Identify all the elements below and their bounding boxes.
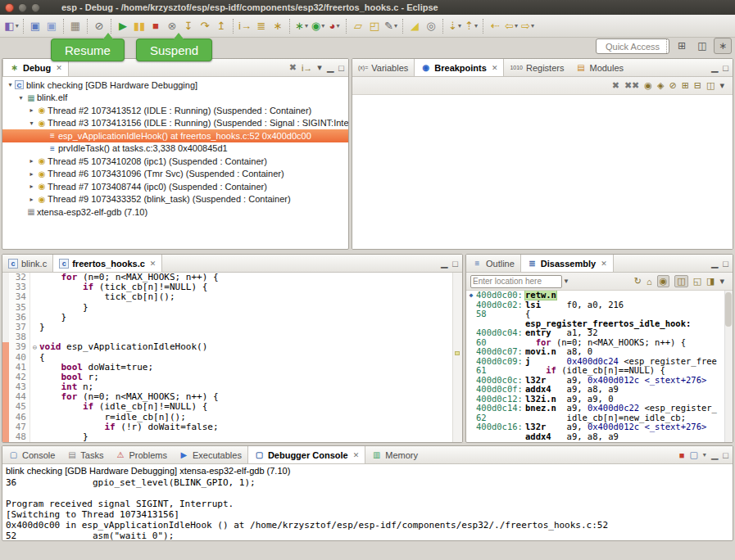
close-icon[interactable]: ✕ [601, 260, 607, 268]
display-selected-console-icon[interactable]: ▢ [689, 449, 697, 460]
new-wizard-icon[interactable]: ◧▾ [3, 17, 20, 35]
disassembly-row[interactable]: 400d0c0f:addx4 a9, a8, a9 [466, 385, 733, 395]
editor-tab-blink-c[interactable]: cblink.c [2, 255, 52, 272]
tab-modules[interactable]: ▤Modules [569, 59, 629, 76]
save-icon[interactable]: ▣ [27, 17, 43, 35]
debug-tree-row[interactable]: ▸◉Thread #9 1073433352 (blink_task) (Sus… [2, 193, 348, 206]
tab-variables[interactable]: (x)=Variables [352, 59, 414, 76]
annotation-margin[interactable] [2, 373, 9, 382]
minimize-icon[interactable]: ▁ [711, 258, 718, 269]
window-maximize-button[interactable] [31, 3, 40, 12]
debug-tree-row[interactable]: ▦xtensa-esp32-elf-gdb (7.10) [2, 205, 348, 219]
cpp-perspective-icon[interactable]: ◫ [693, 38, 711, 54]
disassembly-row[interactable]: 400d0c14:bnez.n a9, 0x400d0c22 <esp_regi… [466, 404, 733, 413]
expander-icon[interactable]: ▾ [6, 81, 15, 88]
annotation-margin[interactable] [2, 413, 9, 422]
use-step-filters-icon[interactable]: ∗ [270, 17, 286, 35]
refresh-icon[interactable]: ↻ [634, 276, 642, 287]
disassembly-row[interactable]: 400d0c16:l32r a9, 0x400d012c <_stext+276… [466, 422, 733, 432]
maximize-icon[interactable]: □ [723, 450, 728, 460]
annotation-margin[interactable] [2, 282, 9, 292]
annotation-margin[interactable] [2, 342, 9, 352]
open-perspective-icon[interactable]: ⊞ [673, 38, 691, 54]
close-icon[interactable]: ✕ [150, 260, 157, 268]
profile-icon[interactable]: ◕▾ [326, 17, 343, 35]
expander-icon[interactable]: ▾ [27, 120, 36, 127]
debug-tree-row[interactable]: ▸◉Thread #2 1073413512 (IDLE : Running) … [2, 104, 348, 117]
show-threads-icon[interactable]: ≣ [253, 17, 270, 35]
next-annotation-icon[interactable]: ⇣▾ [447, 17, 463, 35]
home-icon[interactable]: ⌂ [647, 277, 652, 287]
view-menu-icon[interactable]: ▾ [317, 62, 322, 73]
expander-icon[interactable]: ▸ [27, 157, 36, 165]
open-folder-icon[interactable]: ▱ [350, 17, 366, 35]
annotation-margin[interactable] [2, 402, 9, 412]
debug-tree-row[interactable]: ≡prvIdleTask() at tasks.c:3,338 0x400845… [2, 142, 348, 156]
annotation-margin[interactable] [2, 332, 9, 342]
editor-tab-freertos-hooks-c[interactable]: cfreertos_hooks.c✕ [52, 255, 162, 272]
skip-all-breakpoints-icon[interactable]: ⊘ [669, 80, 676, 91]
location-input[interactable] [470, 275, 562, 288]
tab-outline[interactable]: ≡Outline [466, 255, 520, 272]
maximize-icon[interactable]: □ [338, 63, 344, 73]
debug-tree-row[interactable]: ▸◉Thread #6 1073431096 (Tmr Svc) (Suspen… [2, 168, 348, 181]
instruction-stepping-icon[interactable]: i→ [237, 17, 253, 35]
overview-ruler[interactable] [452, 273, 462, 443]
last-edit-location-icon[interactable]: ⇠ [487, 17, 503, 35]
fold-collapse-icon[interactable]: ⊖ [30, 342, 39, 352]
dropdown-arrow-icon[interactable]: ▾ [474, 22, 478, 29]
debug-tree-row[interactable]: ▸◉Thread #7 1073408744 (ipc0) (Suspended… [2, 180, 348, 193]
remove-selected-breakpoints-icon[interactable]: ✖ [612, 80, 619, 91]
overview-marker[interactable] [455, 351, 460, 355]
window-minimize-button[interactable] [18, 3, 27, 12]
show-breakpoints-for-selected-icon[interactable]: ◉ [644, 80, 652, 91]
dropdown-arrow-icon[interactable]: ▾ [703, 451, 706, 458]
annotation-margin[interactable] [2, 323, 9, 332]
annotation-margin[interactable] [2, 353, 9, 363]
debug-tree-row[interactable]: ▾Cblink checking [GDB Hardware Debugging… [2, 79, 348, 92]
tab-problems[interactable]: ⚠Problems [109, 446, 172, 463]
run-icon[interactable]: ◉▾ [310, 17, 326, 35]
editor-line[interactable]: 36 } [2, 313, 462, 323]
terminate-icon[interactable]: ■ [679, 450, 685, 460]
scrollbar-thumb[interactable] [725, 292, 732, 327]
dropdown-arrow-icon[interactable]: ▾ [458, 22, 461, 29]
minimize-icon[interactable]: ▁ [327, 62, 333, 73]
debug-tree-row-selected[interactable]: ≡esp_vApplicationIdleHook() at freertos_… [2, 129, 348, 142]
debug-tree-row[interactable]: ▸◉Thread #5 1073410208 (ipc1) (Suspended… [2, 155, 348, 168]
close-icon[interactable]: ✕ [56, 64, 62, 72]
disassembly-row[interactable]: addx4 a9, a8, a9 [466, 432, 733, 442]
back-icon[interactable]: ⇦▾ [503, 17, 519, 35]
editor-line[interactable]: 48 } [2, 432, 462, 442]
annotation-margin[interactable] [2, 292, 9, 302]
build-icon[interactable]: ▦ [67, 17, 84, 35]
tab-tasks[interactable]: ▤Tasks [61, 446, 109, 463]
annotation-margin[interactable] [2, 432, 9, 442]
editor-line[interactable]: 35 } [2, 303, 462, 313]
quick-access-input[interactable]: Quick Access [596, 38, 669, 54]
tab-debugger-console[interactable]: ▢Debugger Console✕ [247, 446, 365, 463]
resume-icon[interactable]: ▶ [115, 17, 131, 35]
terminate-icon[interactable]: ■ [147, 17, 164, 35]
window-close-button[interactable] [5, 3, 14, 12]
minimize-icon[interactable]: ▁ [711, 62, 718, 73]
close-icon[interactable]: ✕ [353, 451, 360, 459]
show-source-icon[interactable]: ◫ [674, 275, 687, 287]
expand-all-icon[interactable]: ⊞ [682, 80, 689, 91]
open-resource-icon[interactable]: ◰ [366, 17, 383, 35]
dropdown-arrow-icon[interactable]: ▾ [16, 22, 19, 29]
annotation-margin[interactable] [2, 422, 9, 432]
disassembly-scrollbar[interactable] [724, 291, 733, 442]
forward-icon[interactable]: ⇨▾ [519, 17, 536, 35]
remove-all-terminated-icon[interactable]: ✖ [289, 62, 297, 73]
debug-tree-row[interactable]: ▾▦blink.elf [2, 92, 348, 105]
tab-debug[interactable]: ∗ Debug ✕ [2, 59, 69, 76]
open-new-view-icon[interactable]: ◱ [693, 276, 701, 287]
view-menu-icon[interactable]: ▾ [719, 80, 724, 91]
close-icon[interactable]: ✕ [492, 64, 498, 72]
debug-perspective-icon[interactable]: ∗ [714, 38, 732, 54]
disassembly-row[interactable]: ◆400d0c00:retw.n [466, 291, 733, 300]
dropdown-arrow-icon[interactable]: ▾ [336, 22, 339, 29]
pin-view-icon[interactable]: ◨ [706, 276, 715, 287]
dropdown-arrow-icon[interactable]: ▾ [321, 22, 324, 29]
